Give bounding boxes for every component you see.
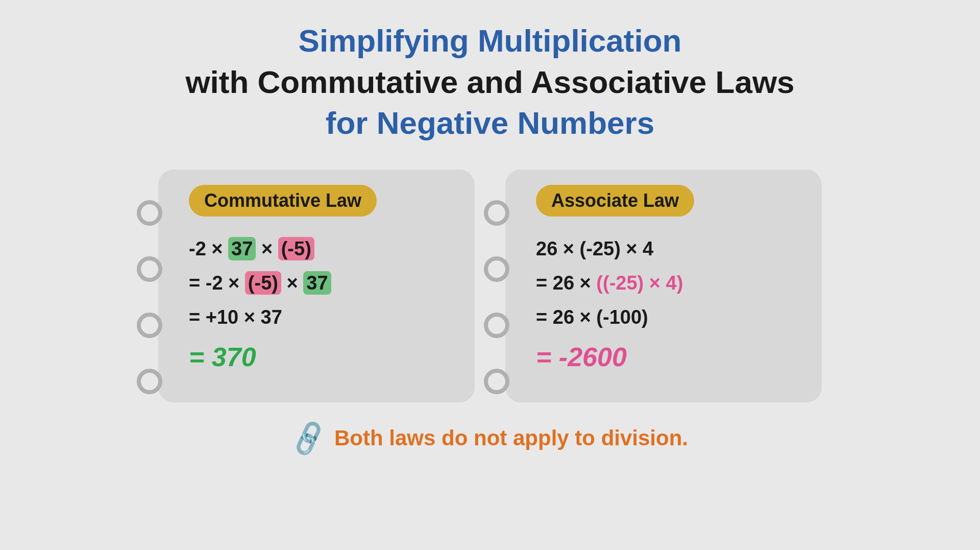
ring-5: [484, 200, 509, 226]
assoc-result: = -2600: [536, 337, 796, 377]
ring-6: [484, 256, 509, 282]
commutative-card-wrapper: Commutative Law -2 × 37 × (-5) = -2 × (-…: [158, 170, 475, 402]
assoc-line2: = 26 × ((-25) × 4): [536, 269, 796, 298]
page-title: Simplifying Multiplication with Commutat…: [185, 20, 794, 144]
title-line3: for Negative Numbers: [185, 103, 794, 144]
associate-label: Associate Law: [536, 185, 694, 217]
ring-8: [484, 369, 509, 394]
associate-card-wrapper: Associate Law 26 × (-25) × 4 = 26 × ((-2…: [505, 170, 822, 402]
commutative-label: Commutative Law: [189, 185, 377, 217]
ring-2: [137, 256, 162, 282]
comm-hl-pink1: (-5): [278, 237, 314, 260]
ring-4: [137, 369, 162, 394]
comm-hl-pink2: (-5): [245, 271, 281, 295]
assoc-line3: = 26 × (-100): [536, 303, 796, 332]
comm-line2: = -2 × (-5) × 37: [189, 269, 449, 298]
commutative-card: Commutative Law -2 × 37 × (-5) = -2 × (-…: [158, 170, 475, 402]
ring-1: [137, 200, 162, 226]
bottom-note: 🔗 Both laws do not apply to division.: [292, 423, 688, 454]
commutative-rings: [137, 200, 162, 394]
title-line1: Simplifying Multiplication: [185, 20, 794, 62]
chain-icon: 🔗: [288, 418, 330, 459]
ring-7: [484, 313, 509, 338]
cards-row: Commutative Law -2 × 37 × (-5) = -2 × (-…: [158, 170, 822, 402]
comm-line3: = +10 × 37: [189, 303, 449, 332]
assoc-line1: 26 × (-25) × 4: [536, 234, 796, 264]
title-line2: with Commutative and Associative Laws: [185, 62, 794, 103]
ring-3: [137, 313, 162, 338]
comm-hl-green2: 37: [303, 271, 331, 295]
comm-result: = 370: [189, 337, 449, 377]
associate-rings: [484, 200, 509, 394]
comm-hl-green1: 37: [228, 237, 256, 260]
assoc-pink-paren: ((-25) × 4): [596, 272, 683, 294]
bottom-note-text: Both laws do not apply to division.: [334, 426, 688, 450]
comm-line1: -2 × 37 × (-5): [189, 234, 449, 264]
associate-card: Associate Law 26 × (-25) × 4 = 26 × ((-2…: [505, 170, 822, 402]
